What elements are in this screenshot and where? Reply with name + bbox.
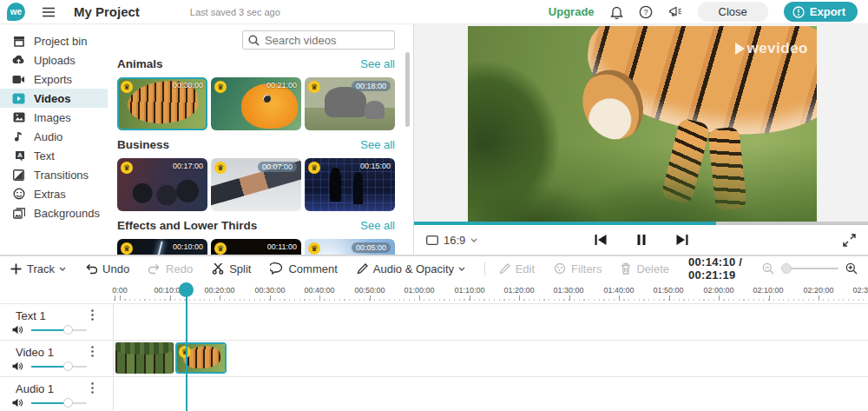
split-button[interactable]: Split [212, 262, 251, 275]
track-menu-kebab-icon[interactable] [91, 382, 94, 394]
search-box[interactable] [242, 30, 395, 50]
track-header: Audio 1 [0, 377, 114, 411]
volume-slider[interactable] [31, 402, 87, 404]
track-lane[interactable] [114, 377, 868, 411]
upload-cloud-icon [12, 54, 25, 67]
export-camera-icon [12, 73, 25, 86]
video-thumbnail-sky[interactable]: ♛ 00:05:00 [305, 239, 395, 255]
zoom-slider[interactable] [781, 268, 838, 269]
volume-fill [31, 366, 68, 368]
timecode-display: 00:14:10 / 00:21:19 [688, 255, 748, 282]
redo-button[interactable]: Redo [148, 262, 193, 275]
track-lane[interactable] [114, 304, 868, 340]
see-all-effects-link[interactable]: See all [360, 219, 395, 232]
volume-knob[interactable] [63, 398, 73, 408]
sidebar-item-backgrounds[interactable]: Backgrounds [0, 203, 108, 222]
sidebar-item-images[interactable]: Images [0, 108, 108, 127]
video-thumbnail-tiger[interactable]: ♛ 00:30:00 [117, 77, 207, 130]
video-thumbnail-meeting[interactable]: ♛ 00:17:00 [117, 158, 207, 211]
speaker-icon[interactable] [12, 361, 23, 371]
timeline-clip-tiger-selected[interactable]: ♛ [175, 342, 227, 374]
sidebar-item-extras[interactable]: Extras [0, 184, 108, 203]
premium-crown-icon: ♛ [214, 81, 227, 93]
zoom-in-icon[interactable] [845, 262, 858, 275]
premium-crown-icon: ♛ [214, 162, 227, 174]
aspect-rect-icon [426, 235, 438, 245]
track-menu-kebab-icon[interactable] [91, 309, 94, 321]
playhead-handle[interactable] [179, 282, 194, 297]
comment-button[interactable]: Comment [270, 262, 337, 275]
clip-duration: 00:05:00 [352, 242, 391, 253]
track-lane[interactable]: ♛ [114, 341, 868, 376]
see-all-animals-link[interactable]: See all [360, 57, 395, 70]
fullscreen-icon[interactable] [843, 234, 856, 247]
redo-icon [148, 263, 161, 275]
timeline-zoom-controls [762, 262, 858, 275]
notifications-bell-icon[interactable] [610, 5, 623, 19]
track-menu-kebab-icon[interactable] [91, 346, 94, 357]
zoom-slider-knob[interactable] [781, 263, 792, 274]
volume-slider[interactable] [31, 366, 87, 368]
skip-to-start-button[interactable] [592, 232, 608, 248]
wevideo-logo[interactable]: we [7, 3, 25, 21]
video-thumbnail-lightning[interactable]: ♛ 00:10:00 [117, 239, 207, 255]
watermark-play-icon [735, 43, 745, 55]
aspect-ratio-dropdown[interactable]: 16:9 [426, 234, 477, 247]
video-thumbnail-fire[interactable]: ♛ 00:11:00 [211, 239, 301, 255]
edit-button[interactable]: Edit [499, 262, 535, 275]
close-button[interactable]: Close [698, 2, 768, 22]
sidebar-item-uploads[interactable]: Uploads [0, 50, 108, 70]
upgrade-link[interactable]: Upgrade [549, 5, 595, 18]
timeline-clip-trees[interactable] [115, 342, 174, 374]
video-thumbnail-elephant[interactable]: ♛ 00:18:00 [305, 77, 395, 130]
chevron-down-icon [470, 238, 477, 242]
ruler-tick: 01:50:00 [653, 286, 683, 295]
playhead-line[interactable] [186, 289, 187, 411]
add-track-button[interactable]: Track [10, 262, 66, 275]
zoom-out-icon[interactable] [762, 262, 774, 275]
pause-button[interactable] [635, 232, 648, 248]
sidebar-item-label: Audio [34, 130, 62, 143]
audio-opacity-button[interactable]: Audio & Opacity [357, 262, 465, 275]
sidebar-item-label: Backgrounds [34, 207, 100, 220]
export-button[interactable]: Export [784, 2, 858, 22]
search-input[interactable] [265, 34, 389, 47]
media-panel: Animals See all ♛ 00:30:00 ♛ 00:21:00 ♛ … [108, 24, 413, 255]
preview-controls: 16:9 [414, 225, 868, 255]
menu-icon[interactable] [43, 7, 55, 17]
media-scrollbar[interactable] [405, 52, 410, 127]
track-label: Track [27, 262, 55, 275]
video-thumbnail-parrot[interactable]: ♛ 00:21:00 [211, 77, 301, 130]
comment-bubble-icon [270, 262, 283, 275]
backgrounds-icon [12, 207, 25, 220]
help-icon[interactable]: ? [639, 5, 653, 19]
volume-knob[interactable] [63, 325, 73, 335]
sidebar-item-text[interactable]: A Text [0, 146, 108, 165]
project-title[interactable]: My Project [74, 4, 140, 19]
volume-fill [31, 329, 68, 331]
announcements-megaphone-icon[interactable] [668, 5, 682, 18]
skip-to-end-button[interactable] [674, 232, 690, 248]
premium-crown-icon: ♛ [308, 242, 320, 255]
sidebar-item-exports[interactable]: Exports [0, 70, 108, 89]
split-label: Split [229, 262, 251, 275]
sidebar-item-transitions[interactable]: Transitions [0, 165, 108, 184]
volume-knob[interactable] [63, 361, 73, 371]
search-icon [248, 35, 260, 46]
speaker-icon[interactable] [12, 325, 23, 335]
undo-button[interactable]: Undo [85, 262, 129, 275]
ruler-tick: 00:50:00 [354, 286, 385, 295]
video-thumbnail-handshake[interactable]: ♛ 00:07:00 [211, 158, 301, 211]
timeline-ruler[interactable]: 0:00 00:10:00 00:20:00 00:30:00 00:40:00… [0, 281, 868, 303]
see-all-business-link[interactable]: See all [360, 138, 395, 151]
volume-slider[interactable] [31, 329, 87, 331]
sidebar-item-audio[interactable]: Audio [0, 127, 108, 146]
video-preview[interactable]: wevideo [468, 26, 817, 222]
video-thumbnail-city[interactable]: ♛ 00:15:00 [305, 158, 395, 211]
sidebar-item-videos[interactable]: Videos [0, 89, 108, 108]
delete-button[interactable]: Delete [621, 262, 669, 275]
clip-duration: 00:07:00 [258, 162, 297, 172]
sidebar-item-project-bin[interactable]: Project bin [0, 31, 108, 50]
speaker-icon[interactable] [12, 398, 23, 408]
filters-button[interactable]: Filters [554, 262, 602, 275]
